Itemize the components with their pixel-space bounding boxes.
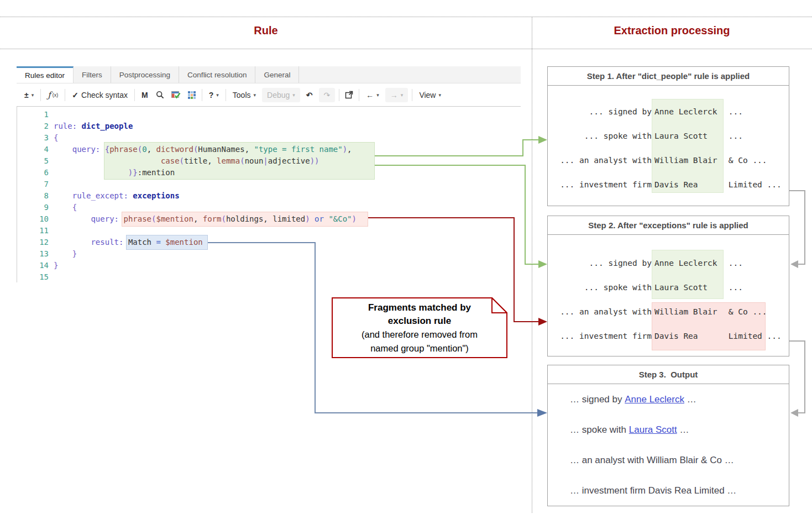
grid-icon[interactable]: [184, 91, 200, 99]
fragment-suffix: & Co ...: [724, 156, 767, 165]
chevron-down-icon: ▾: [401, 92, 404, 98]
code-token: |: [263, 156, 268, 165]
step-1-box: Step 1. After "dict_people" rule is appl…: [547, 66, 789, 206]
check-icon: ✓: [72, 91, 78, 99]
tab-rules-editor[interactable]: Rules editor: [17, 66, 74, 83]
code-line[interactable]: }: [54, 260, 357, 271]
code-line[interactable]: result: Match = $mention: [54, 237, 357, 248]
code-line[interactable]: query: phrase($mention, form(holdings, l…: [54, 213, 357, 225]
callout-bold-line-2: exclusion rule: [332, 314, 507, 328]
code-line[interactable]: [54, 271, 357, 283]
code-token: case: [161, 156, 180, 165]
chevron-down-icon: ▾: [292, 92, 295, 98]
entity-name: Anne Leclerck: [652, 259, 724, 268]
fragment-suffix: Limited ...: [724, 180, 782, 189]
dotted-line-top: [0, 17, 812, 17]
tab-conflict-resolution[interactable]: Conflict resolution: [179, 66, 255, 83]
step-3-box: Step 3. Output … signed by Anne Leclerck…: [547, 365, 789, 506]
line-number: 11: [17, 225, 49, 237]
fragment-prefix: ... signed by: [548, 259, 652, 268]
tab-filters[interactable]: Filters: [74, 66, 111, 83]
code-token: [54, 191, 72, 200]
code-token: (: [221, 214, 226, 223]
entity-link[interactable]: Laura Scott: [629, 424, 677, 436]
navigate-back-button[interactable]: ←▾: [362, 91, 384, 99]
zoom-icon[interactable]: [153, 91, 168, 99]
open-external-icon[interactable]: [342, 91, 357, 99]
callout-bold-line-1: Fragments matched by: [332, 301, 507, 314]
output-text: … spoke with: [570, 424, 629, 436]
macro-button[interactable]: M: [137, 91, 153, 99]
code-token: exceptions: [133, 191, 179, 200]
tab-label: Filters: [82, 71, 102, 79]
line-number: 12: [17, 237, 49, 248]
code-token: $mention: [156, 214, 193, 223]
line-number: 2: [17, 120, 49, 132]
fragment-row: ... spoke withLaura Scott ...: [548, 124, 789, 148]
navigate-forward-button[interactable]: →▾: [385, 88, 408, 102]
code-line[interactable]: [54, 109, 357, 120]
code-line[interactable]: {: [54, 132, 357, 144]
code-token: )): [310, 156, 319, 165]
dictionary-table-icon[interactable]: [168, 91, 184, 99]
line-number-gutter: 123456789101112131415: [17, 109, 49, 283]
code-token: [310, 214, 315, 223]
code-token: [54, 249, 72, 258]
rule-column-title: Rule: [0, 24, 532, 37]
code-line[interactable]: {: [54, 202, 357, 213]
code-lines[interactable]: rule: dict_people{ query: {phrase(0, dic…: [54, 109, 357, 283]
function-button[interactable]: ƒ(x): [43, 90, 62, 100]
entity-name: William Blair: [652, 156, 724, 165]
fx-args: (x): [53, 92, 59, 98]
code-token: ): [343, 145, 347, 154]
help-button[interactable]: ?▾: [205, 91, 223, 99]
toolbar-divider: [40, 89, 41, 101]
code-line[interactable]: [54, 225, 357, 237]
plus-minus-icon: ±: [24, 91, 29, 99]
entity-name: William Blair: [652, 307, 724, 316]
output-text: …: [677, 424, 689, 436]
gray-arrowhead-step3: [790, 409, 798, 417]
line-number: 7: [17, 179, 49, 190]
code-token: :mention: [138, 168, 175, 177]
code-line[interactable]: rule_except: exceptions: [54, 190, 357, 202]
code-token: {: [105, 145, 109, 154]
tab-postprocessing[interactable]: Postprocessing: [111, 66, 179, 83]
undo-button[interactable]: ↶: [302, 91, 317, 99]
code-line[interactable]: query: {phrase(0, dictword(HumanNames, "…: [54, 144, 357, 155]
arrow-left-icon: ←: [366, 91, 374, 99]
code-token: (: [180, 156, 184, 165]
gray-arrow-step1-to-step2: [789, 191, 805, 264]
code-token: 0: [142, 145, 146, 154]
tab-label: Postprocessing: [119, 71, 170, 79]
redo-button[interactable]: ↷: [319, 88, 336, 102]
code-line[interactable]: }: [54, 248, 357, 260]
fragment-suffix: Limited ...: [724, 332, 782, 340]
dotted-line-under-titles: [0, 49, 812, 49]
code-line[interactable]: case(title, lemma(noun|adjective)): [54, 155, 357, 167]
fragment-prefix: ... investment firm: [548, 180, 652, 189]
code-token: rule_except:: [72, 191, 128, 200]
debug-menu[interactable]: Debug▾: [262, 88, 300, 102]
toolbar-divider: [226, 89, 226, 101]
code-editor[interactable]: 123456789101112131415 rule: dict_people{…: [17, 107, 521, 282]
code-token: [100, 145, 104, 154]
check-syntax-button[interactable]: ✓Check syntax: [67, 91, 132, 99]
code-token: dict_people: [82, 122, 133, 130]
code-token: query:: [91, 214, 119, 223]
fragment-suffix: ...: [724, 259, 743, 268]
code-token: [54, 145, 72, 154]
code-line[interactable]: [54, 179, 357, 190]
view-menu[interactable]: View▾: [415, 91, 446, 99]
line-number: 4: [17, 144, 49, 155]
check-syntax-label: Check syntax: [81, 91, 128, 99]
tools-menu[interactable]: Tools▾: [228, 91, 260, 99]
tab-general[interactable]: General: [255, 66, 299, 83]
font-size-button[interactable]: ±▾: [20, 91, 38, 99]
rules-editor-panel: Rules editor Filters Postprocessing Conf…: [17, 66, 521, 282]
entity-link[interactable]: Anne Leclerck: [625, 394, 684, 405]
code-token: "type = first name": [254, 145, 343, 154]
code-line[interactable]: rule: dict_people: [54, 120, 357, 132]
code-line[interactable]: )}:mention: [54, 167, 357, 179]
line-number: 10: [17, 213, 49, 225]
